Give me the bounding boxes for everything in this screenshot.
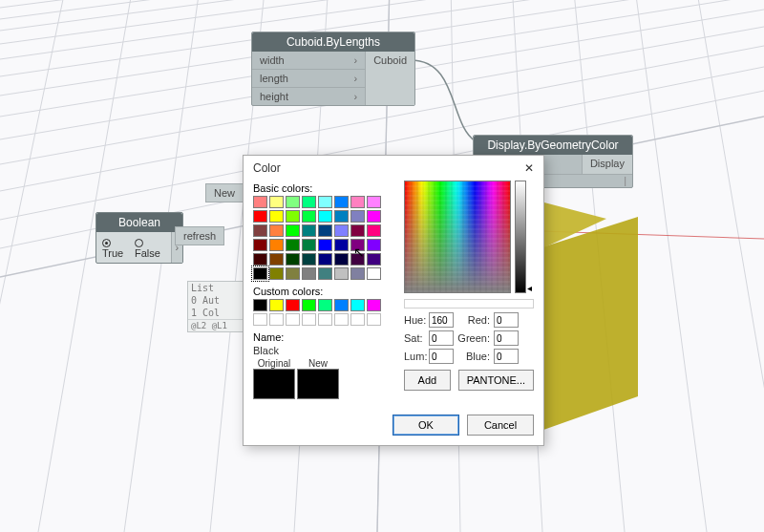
- hue-input[interactable]: [429, 312, 454, 328]
- basic-color-swatch[interactable]: [334, 239, 349, 251]
- basic-color-swatch[interactable]: [269, 196, 284, 208]
- basic-color-swatch[interactable]: [318, 196, 332, 208]
- port-width[interactable]: width›: [252, 52, 365, 70]
- basic-color-swatch[interactable]: [302, 267, 316, 280]
- basic-color-swatch[interactable]: [286, 224, 300, 237]
- port-height[interactable]: height›: [252, 88, 365, 105]
- basic-color-swatch[interactable]: [253, 239, 267, 251]
- basic-color-swatch[interactable]: [302, 253, 316, 266]
- viewport-3d[interactable]: Cuboid.ByLengths width› length› height› …: [0, 0, 764, 532]
- port-out-display[interactable]: Display: [583, 155, 632, 172]
- new-label: New: [297, 358, 339, 369]
- basic-color-swatch[interactable]: [269, 253, 284, 266]
- custom-color-swatch[interactable]: [302, 299, 316, 311]
- basic-color-swatch[interactable]: [302, 210, 316, 223]
- cancel-button[interactable]: Cancel: [467, 415, 534, 436]
- basic-color-swatch[interactable]: [334, 253, 349, 266]
- basic-color-swatch[interactable]: [350, 224, 365, 237]
- basic-color-swatch[interactable]: [367, 239, 381, 251]
- basic-color-swatch[interactable]: [318, 224, 332, 237]
- basic-color-swatch[interactable]: [367, 196, 381, 208]
- svg-line-11: [0, 0, 764, 19]
- custom-color-swatch[interactable]: [302, 313, 316, 326]
- basic-color-swatch[interactable]: [367, 210, 381, 223]
- basic-color-swatch[interactable]: [334, 224, 349, 237]
- custom-colors-grid: [253, 299, 394, 326]
- node-header[interactable]: Boolean: [96, 213, 182, 232]
- basic-color-swatch[interactable]: [334, 196, 349, 208]
- basic-color-swatch[interactable]: [302, 196, 316, 208]
- basic-color-swatch[interactable]: [367, 253, 381, 266]
- custom-color-swatch[interactable]: [253, 313, 267, 326]
- basic-color-swatch[interactable]: [286, 267, 300, 280]
- basic-color-swatch[interactable]: [367, 224, 381, 237]
- basic-color-swatch[interactable]: [334, 267, 349, 280]
- basic-color-swatch[interactable]: [318, 253, 332, 266]
- lum-input[interactable]: [429, 349, 454, 364]
- basic-color-swatch[interactable]: [367, 267, 381, 280]
- luminance-slider[interactable]: [515, 181, 526, 293]
- pantone-button[interactable]: PANTONE...: [458, 370, 534, 391]
- port-length[interactable]: length›: [252, 70, 365, 88]
- custom-color-swatch[interactable]: [318, 299, 332, 311]
- color-picker-dialog: Color ✕ Basic colors: Custom colors: Nam…: [243, 155, 544, 446]
- sat-input[interactable]: [429, 330, 454, 346]
- custom-color-swatch[interactable]: [350, 313, 365, 326]
- node-header[interactable]: Cuboid.ByLengths: [252, 32, 414, 52]
- custom-color-swatch[interactable]: [269, 299, 284, 311]
- ok-button[interactable]: OK: [393, 415, 459, 436]
- custom-color-swatch[interactable]: [350, 299, 365, 311]
- basic-color-swatch[interactable]: [350, 239, 365, 251]
- custom-color-swatch[interactable]: [253, 299, 267, 311]
- node-boolean[interactable]: Boolean True False ›: [96, 212, 183, 264]
- custom-color-swatch[interactable]: [367, 299, 381, 311]
- basic-color-swatch[interactable]: [334, 210, 349, 223]
- node-cuboid-bylengths[interactable]: Cuboid.ByLengths width› length› height› …: [251, 32, 415, 106]
- custom-color-swatch[interactable]: [318, 313, 332, 326]
- basic-color-swatch[interactable]: [269, 267, 284, 280]
- basic-color-swatch[interactable]: [350, 267, 365, 280]
- red-input[interactable]: [494, 312, 519, 328]
- custom-color-swatch[interactable]: [286, 299, 300, 311]
- basic-color-swatch[interactable]: [286, 210, 300, 223]
- custom-color-swatch[interactable]: [334, 299, 349, 311]
- radio-false[interactable]: False: [135, 236, 165, 259]
- basic-color-swatch[interactable]: [350, 253, 365, 266]
- basic-color-swatch[interactable]: [253, 196, 267, 208]
- custom-color-swatch[interactable]: [334, 313, 349, 326]
- port-out-cuboid[interactable]: Cuboid: [366, 52, 414, 69]
- port-fragment-new[interactable]: New: [205, 183, 244, 202]
- basic-color-swatch[interactable]: [302, 224, 316, 237]
- basic-color-swatch[interactable]: [318, 239, 332, 251]
- basic-color-swatch[interactable]: [253, 210, 267, 223]
- blue-input[interactable]: [494, 349, 519, 364]
- basic-color-swatch[interactable]: [253, 224, 267, 237]
- chevron-right-icon: ›: [353, 54, 357, 66]
- basic-color-swatch[interactable]: [269, 239, 284, 251]
- basic-color-swatch[interactable]: [350, 196, 365, 208]
- basic-color-swatch[interactable]: [350, 210, 365, 223]
- basic-color-swatch[interactable]: [318, 267, 332, 280]
- basic-color-swatch[interactable]: [253, 253, 267, 266]
- basic-color-swatch[interactable]: [269, 210, 284, 223]
- node-header[interactable]: Display.ByGeometryColor: [474, 136, 632, 155]
- close-button[interactable]: ✕: [522, 161, 536, 175]
- basic-color-swatch[interactable]: [286, 253, 300, 266]
- green-input[interactable]: [494, 330, 519, 346]
- basic-color-swatch[interactable]: [286, 239, 300, 251]
- basic-color-swatch[interactable]: [286, 196, 300, 208]
- basic-color-swatch[interactable]: [302, 239, 316, 251]
- basic-color-swatch[interactable]: [269, 224, 284, 237]
- color-spectrum[interactable]: [404, 181, 511, 293]
- green-label: Green:: [457, 332, 490, 344]
- custom-color-swatch[interactable]: [269, 313, 284, 326]
- radio-true[interactable]: True: [102, 236, 129, 259]
- custom-color-swatch[interactable]: [367, 313, 381, 326]
- port-fragment-refresh[interactable]: refresh: [175, 226, 224, 245]
- color-name-value: Black: [253, 345, 394, 356]
- basic-color-swatch[interactable]: [253, 267, 267, 280]
- add-button[interactable]: Add: [404, 370, 451, 391]
- basic-color-swatch[interactable]: [318, 210, 332, 223]
- red-label: Red:: [457, 314, 490, 326]
- custom-color-swatch[interactable]: [286, 313, 300, 326]
